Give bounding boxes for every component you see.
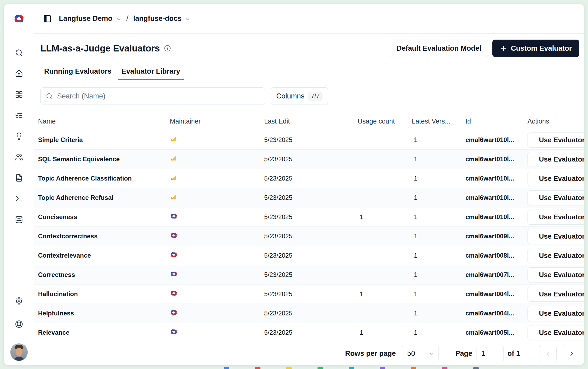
search-input[interactable] xyxy=(57,92,259,100)
table-row[interactable]: Helpfulness5/23/20251cmal6wart004l...Use… xyxy=(34,304,584,323)
actions-cell: Use Evaluator xyxy=(528,133,584,148)
latest-version-value: 1 xyxy=(412,290,465,298)
table-row[interactable]: Correctness5/23/20251cmal6wart007l...Use… xyxy=(34,265,584,285)
table-row[interactable]: Topic Adherence Classification5/23/20251… xyxy=(34,169,584,188)
evaluator-name: Contextcorrectness xyxy=(38,233,170,240)
previous-page-button[interactable] xyxy=(539,345,557,362)
rows-per-page-label: Rows per page xyxy=(345,349,396,358)
column-header-id: Id xyxy=(465,117,528,125)
langfuse-logo-icon[interactable] xyxy=(4,4,34,34)
column-header-last-edit: Last Edit xyxy=(264,117,358,125)
last-edit-date: 5/23/2025 xyxy=(264,329,358,336)
table-row[interactable]: Hallucination5/23/202511cmal6wart004l...… xyxy=(34,285,584,304)
org-switcher[interactable]: Langfuse Demo xyxy=(59,15,122,23)
info-icon[interactable] xyxy=(164,45,171,52)
table-row[interactable]: Topic Adherence Refusal5/23/20251cmal6wa… xyxy=(34,188,584,207)
langfuse-logo-icon xyxy=(170,251,178,259)
column-header-name: Name xyxy=(38,117,170,125)
topbar: Langfuse Demo / langfuse-docs xyxy=(34,4,584,34)
evaluator-id: cmal6wart007l... xyxy=(465,271,528,278)
columns-button[interactable]: Columns 7/7 xyxy=(271,87,328,105)
table-row[interactable]: Contextcorrectness5/23/20251cmal6wart009… xyxy=(34,227,584,246)
ragas-logo-icon xyxy=(170,174,177,181)
maintainer-cell xyxy=(170,251,264,260)
last-edit-date: 5/23/2025 xyxy=(264,310,358,317)
tab-running-evaluators[interactable]: Running Evaluators xyxy=(40,63,115,80)
dock-app-fragment xyxy=(349,367,354,369)
use-evaluator-button[interactable]: Use Evaluator xyxy=(528,229,584,244)
maintainer-cell xyxy=(170,174,264,183)
use-evaluator-button[interactable]: Use Evaluator xyxy=(528,171,584,186)
dock-app-fragment xyxy=(255,367,260,369)
support-lifebuoy-icon[interactable] xyxy=(15,320,23,328)
use-evaluator-button[interactable]: Use Evaluator xyxy=(528,152,584,167)
tab-evaluator-library[interactable]: Evaluator Library xyxy=(118,63,184,80)
table-body: Simple Criteria5/23/20251cmal6wart010l..… xyxy=(34,130,584,342)
page-label: Page xyxy=(455,349,472,358)
evaluator-name: SQL Semantic Equivalence xyxy=(38,155,170,163)
latest-version-value: 1 xyxy=(412,194,465,201)
evaluator-name: Contextrelevance xyxy=(38,252,170,259)
next-page-button[interactable] xyxy=(563,345,580,362)
dock-app-fragment xyxy=(380,367,385,369)
langfuse-logo-icon xyxy=(170,309,178,316)
plus-icon xyxy=(500,45,507,52)
use-evaluator-button[interactable]: Use Evaluator xyxy=(528,287,584,302)
use-evaluator-button[interactable]: Use Evaluator xyxy=(528,306,584,321)
rows-per-page-select[interactable]: 50 xyxy=(401,345,439,362)
actions-cell: Use Evaluator xyxy=(528,210,584,225)
langfuse-logo-icon xyxy=(170,328,178,336)
langfuse-logo-icon xyxy=(170,212,178,220)
evaluator-id: cmal6wart010l... xyxy=(465,175,528,182)
maintainer-cell xyxy=(170,231,264,241)
chevron-down-icon xyxy=(116,16,122,22)
project-switcher[interactable]: langfuse-docs xyxy=(133,15,190,23)
latest-version-value: 1 xyxy=(412,155,465,163)
actions-cell: Use Evaluator xyxy=(528,267,584,282)
evaluator-name: Simple Criteria xyxy=(38,136,170,144)
dock-peek xyxy=(0,366,588,369)
use-evaluator-button[interactable]: Use Evaluator xyxy=(528,133,584,148)
evaluator-name: Relevance xyxy=(38,329,170,336)
tracing-list-tree-icon[interactable] xyxy=(15,111,23,119)
sidebar-toggle-icon[interactable] xyxy=(43,15,52,23)
chevron-right-icon xyxy=(568,350,575,357)
actions-cell: Use Evaluator xyxy=(528,287,584,302)
last-edit-date: 5/23/2025 xyxy=(264,155,358,163)
users-icon[interactable] xyxy=(15,153,23,161)
evaluator-name: Conciseness xyxy=(38,213,170,221)
lightbulb-icon[interactable] xyxy=(15,132,23,140)
table-row[interactable]: Conciseness5/23/202511cmal6wart010l...Us… xyxy=(34,207,584,227)
table-row[interactable]: Simple Criteria5/23/20251cmal6wart010l..… xyxy=(34,130,584,150)
page-number-input[interactable] xyxy=(477,345,504,362)
search-box xyxy=(40,87,265,105)
dashboards-grid-icon[interactable] xyxy=(15,91,23,98)
usage-count-value: 1 xyxy=(358,213,412,221)
use-evaluator-button[interactable]: Use Evaluator xyxy=(528,325,584,340)
document-icon[interactable] xyxy=(15,174,23,182)
use-evaluator-button[interactable]: Use Evaluator xyxy=(528,190,584,205)
search-icon[interactable] xyxy=(15,49,23,57)
search-icon xyxy=(46,93,53,100)
latest-version-value: 1 xyxy=(412,136,465,144)
table-row[interactable]: Contextrelevance5/23/20251cmal6wart008l.… xyxy=(34,246,584,265)
last-edit-date: 5/23/2025 xyxy=(264,252,358,259)
dock-app-fragment xyxy=(473,367,479,369)
use-evaluator-button[interactable]: Use Evaluator xyxy=(528,267,584,282)
actions-cell: Use Evaluator xyxy=(528,152,584,167)
default-evaluation-model-button[interactable]: Default Evaluation Model xyxy=(389,40,489,57)
table-row[interactable]: Relevance5/23/202511cmal6wart005l...Use … xyxy=(34,323,584,342)
database-icon[interactable] xyxy=(15,216,23,224)
custom-evaluator-button[interactable]: Custom Evaluator xyxy=(492,40,579,57)
chevron-down-icon xyxy=(185,16,190,22)
settings-gear-icon[interactable] xyxy=(15,297,23,305)
page-header: LLM-as-a-Judge Evaluators Default Evalua… xyxy=(34,34,584,63)
table-row[interactable]: SQL Semantic Equivalence5/23/20251cmal6w… xyxy=(34,150,584,169)
terminal-icon[interactable] xyxy=(15,195,23,203)
home-icon[interactable] xyxy=(15,70,23,78)
use-evaluator-button[interactable]: Use Evaluator xyxy=(528,210,584,225)
use-evaluator-button[interactable]: Use Evaluator xyxy=(528,248,584,263)
user-avatar[interactable] xyxy=(10,343,28,361)
columns-count-badge: 7/7 xyxy=(308,92,323,101)
evaluator-id: cmal6wart004l... xyxy=(465,290,528,298)
